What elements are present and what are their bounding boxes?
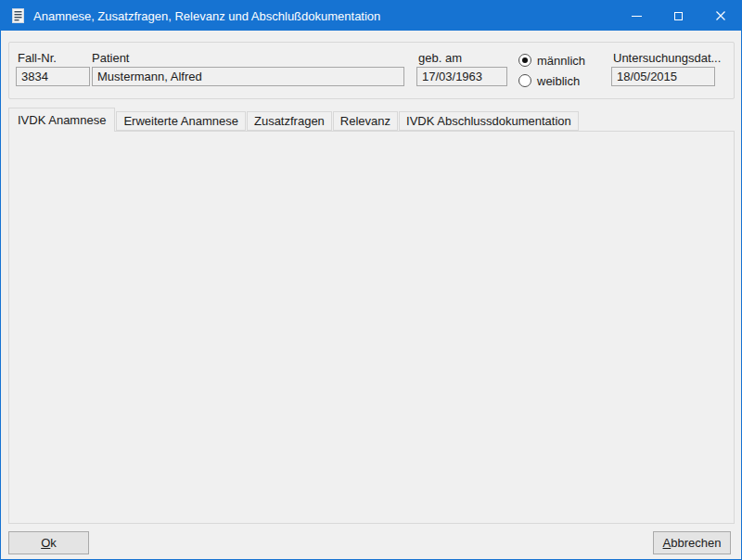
close-icon xyxy=(716,11,725,20)
tab-ivdk-abschlussdokumentation[interactable]: IVDK Abschlussdokumentation xyxy=(399,111,579,131)
fall-nr-label: Fall-Nr. xyxy=(18,51,57,66)
minimize-icon xyxy=(632,16,642,17)
tab-zusatzfragen[interactable]: Zusatzfragen xyxy=(247,111,332,131)
tab-erweiterte-anamnese[interactable]: Erweiterte Anamnese xyxy=(116,111,246,131)
radio-weiblich-label[interactable]: weiblich xyxy=(537,74,580,89)
fall-nr-field[interactable]: 3834 xyxy=(16,67,90,86)
radio-maennlich[interactable] xyxy=(518,54,531,67)
untersuchungsdatum-field[interactable]: 18/05/2015 xyxy=(611,67,715,86)
radio-maennlich-label[interactable]: männlich xyxy=(537,54,585,69)
untersuchungsdatum-label: Untersuchungsdat... xyxy=(613,51,721,66)
tab-ivdk-anamnese[interactable]: IVDK Anamnese xyxy=(8,108,115,132)
minimize-button[interactable] xyxy=(616,1,658,31)
abbrechen-button[interactable]: Abbrechen xyxy=(653,531,731,554)
window-controls xyxy=(616,1,741,31)
geb-am-label: geb. am xyxy=(418,51,462,66)
window-title: Anamnese, Zusatzfragen, Relevanz und Abs… xyxy=(33,9,380,23)
patient-field[interactable]: Mustermann, Alfred xyxy=(92,67,404,86)
title-bar: Anamnese, Zusatzfragen, Relevanz und Abs… xyxy=(1,1,741,31)
tab-strip: IVDK Anamnese Erweiterte Anamnese Zusatz… xyxy=(8,108,580,132)
document-icon xyxy=(12,8,24,23)
radio-weiblich[interactable] xyxy=(518,74,531,87)
patient-label: Patient xyxy=(92,51,129,66)
close-button[interactable] xyxy=(699,1,741,31)
geb-am-field[interactable]: 17/03/1963 xyxy=(416,67,507,86)
tab-relevanz[interactable]: Relevanz xyxy=(333,111,398,131)
ok-button[interactable]: Ok xyxy=(8,531,89,554)
maximize-button[interactable] xyxy=(658,1,699,31)
dialog-window: Anamnese, Zusatzfragen, Relevanz und Abs… xyxy=(0,0,742,560)
maximize-icon xyxy=(674,12,683,20)
tab-content-panel xyxy=(8,131,735,524)
